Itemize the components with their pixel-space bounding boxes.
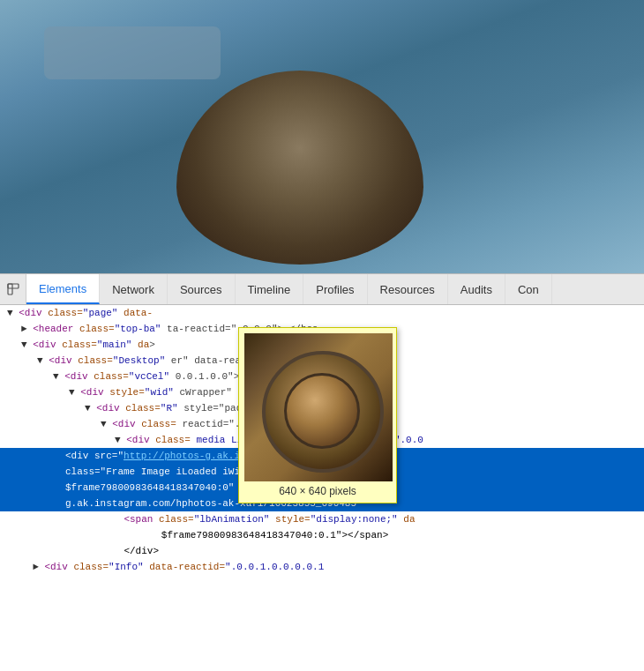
tab-resources[interactable]: Resources	[368, 274, 448, 304]
html-line-11: $frame79800983648418347040:0.1"></span>	[0, 527, 644, 543]
tooltip-image	[244, 333, 393, 481]
tree-arrow[interactable]: ▼	[101, 419, 112, 429]
image-preview-tooltip: 640 × 640 pixels	[238, 327, 397, 503]
devtools-html-panel: ▼ <div class="page" data- ► <header clas…	[0, 305, 644, 671]
devtools-toolbar: Elements Network Sources Timeline Profil…	[0, 273, 644, 305]
html-line-10: <span class="lbAnimation" style="display…	[0, 511, 644, 527]
tree-arrow[interactable]: ▼	[21, 339, 33, 350]
html-line-13: ► <div class="Info" data-reactid=".0.0.1…	[0, 559, 644, 575]
tab-profiles[interactable]: Profiles	[303, 274, 367, 304]
inspect-element-icon[interactable]	[0, 274, 26, 304]
tooltip-size-label: 640 × 640 pixels	[244, 485, 391, 497]
tab-console[interactable]: Con	[505, 274, 552, 304]
tree-arrow[interactable]: ▼	[37, 355, 49, 366]
svg-rect-1	[8, 284, 19, 288]
tree-arrow[interactable]: ►	[21, 324, 33, 334]
tree-arrow[interactable]: ▼	[7, 308, 19, 318]
html-line-12: </div>	[0, 543, 644, 559]
tree-arrow[interactable]: ▼	[115, 435, 126, 445]
tab-audits[interactable]: Audits	[448, 274, 505, 304]
svg-rect-0	[8, 284, 12, 294]
html-line-1: ▼ <div class="page" data-	[0, 305, 644, 321]
tab-sources[interactable]: Sources	[168, 274, 236, 304]
tree-arrow[interactable]: ▼	[53, 371, 64, 382]
tab-elements[interactable]: Elements	[26, 274, 100, 304]
tree-arrow[interactable]: ▼	[85, 403, 96, 414]
tab-network[interactable]: Network	[100, 274, 168, 304]
page-screenshot-top	[0, 0, 644, 273]
tab-timeline[interactable]: Timeline	[236, 274, 304, 304]
tree-arrow[interactable]: ▼	[69, 387, 80, 398]
tree-arrow[interactable]: ►	[33, 562, 44, 572]
